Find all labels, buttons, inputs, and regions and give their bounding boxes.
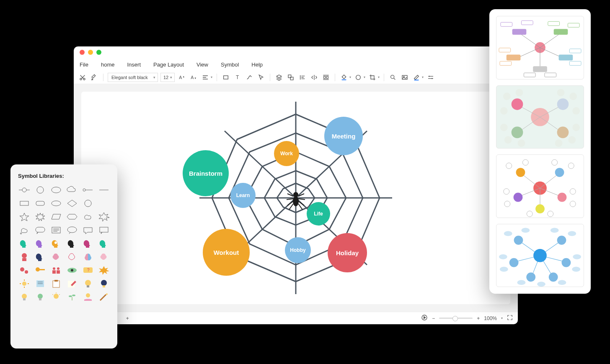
node-meeting[interactable]: Meeting [324,117,363,155]
node-life[interactable]: Life [307,202,330,226]
symbol-people-icon[interactable] [50,265,62,275]
symbol-sun-icon[interactable] [18,279,31,289]
symbol-cloud-icon[interactable] [66,185,78,195]
symbol-node-icon[interactable] [18,185,31,195]
symbol-chat-question-icon[interactable]: ? [82,265,94,275]
template-thumbnail-2[interactable] [496,85,584,149]
symbol-connector-icon[interactable] [82,185,94,195]
symbol-clipboard-icon[interactable] [50,279,62,289]
symbol-hand-bulb-icon[interactable] [82,292,94,302]
symbol-ellipse2-icon[interactable] [50,198,62,208]
symbol-key-icon[interactable] [34,265,47,275]
symbol-brain-split-icon[interactable] [82,252,94,262]
rectangle-shape-icon[interactable] [221,73,230,82]
symbol-oval-callout-icon[interactable] [66,225,78,235]
symbol-thought-icon[interactable] [82,212,94,222]
symbol-gears-icon[interactable] [18,265,31,275]
line-color-dropdown[interactable]: ▾ [412,73,424,82]
flip-icon[interactable] [310,73,319,82]
symbol-diamond-icon[interactable] [66,198,78,208]
symbol-rect-icon[interactable] [18,198,31,208]
template-thumbnail-3[interactable] [496,154,584,218]
symbol-brain-pink-icon[interactable] [50,252,62,262]
font-family-select[interactable]: Elegant soft black [108,73,158,82]
symbol-rect-callout-icon[interactable] [98,225,110,235]
symbol-circle2-icon[interactable] [82,198,94,208]
node-hobby[interactable]: Hobby [285,237,311,263]
symbol-blank-icon[interactable] [98,198,110,208]
decrease-font-icon[interactable]: A▼ [189,73,198,82]
node-holiday[interactable]: Holiday [328,233,367,272]
template-thumbnail-4[interactable] [496,224,584,287]
crop-dropdown[interactable]: ▾ [368,73,380,82]
maximize-window-button[interactable] [96,50,101,55]
symbol-parallelogram-icon[interactable] [50,212,62,222]
symbol-head-green-icon[interactable] [18,238,31,249]
settings-icon[interactable] [426,73,435,82]
symbol-headphones-icon[interactable] [18,252,31,262]
menu-home[interactable]: home [101,62,115,68]
close-window-button[interactable] [80,50,85,55]
fill-color-dropdown[interactable]: ▾ [339,73,351,82]
symbol-lightbulb-icon[interactable] [82,279,94,289]
symbol-burst-icon[interactable] [34,212,47,222]
symbol-explosion-icon[interactable] [98,212,110,222]
pointer-tool-icon[interactable] [256,73,266,82]
zoom-in-button[interactable]: + [477,315,480,321]
menu-file[interactable]: File [80,62,88,68]
symbol-star-icon[interactable] [18,212,31,222]
drawing-canvas[interactable]: Work Meeting Brainstorm Learn Life Worko… [81,92,510,304]
symbol-head-navy-icon[interactable] [34,252,47,262]
symbol-line-icon[interactable] [98,185,110,195]
symbol-rounded-callout-icon[interactable] [34,225,47,235]
font-size-select[interactable]: 12 [160,73,175,82]
shape-style-dropdown[interactable]: ▾ [354,73,365,82]
symbol-bulb-green-icon[interactable] [34,292,47,302]
symbol-brain-outline-icon[interactable] [66,252,78,262]
symbol-eye-icon[interactable] [66,265,78,275]
symbol-head-purple-icon[interactable] [34,238,47,249]
search-icon[interactable] [388,73,398,82]
symbol-bulb-burst-icon[interactable] [50,292,62,302]
template-thumbnail-1[interactable] [496,16,584,79]
menu-help[interactable]: Help [251,62,263,68]
menu-symbol[interactable]: Symbol [221,62,239,68]
menu-page-layout[interactable]: Page Layout [153,62,184,68]
cut-icon[interactable] [78,73,87,82]
minimize-window-button[interactable] [88,50,93,55]
symbol-head-teal-icon[interactable] [98,238,110,249]
distribute-icon[interactable] [321,73,331,82]
symbol-ellipse-icon[interactable] [50,185,62,195]
symbol-head-magenta-icon[interactable] [82,238,94,249]
presentation-mode-icon[interactable] [421,314,428,322]
symbol-idea-bulb-icon[interactable] [98,279,110,289]
picture-icon[interactable] [400,73,409,82]
symbol-brain-pink2-icon[interactable] [98,252,110,262]
symbol-circle-icon[interactable] [34,185,47,195]
symbol-cloud-callout-icon[interactable] [18,225,31,235]
increase-font-icon[interactable]: A▲ [177,73,186,82]
node-learn[interactable]: Learn [230,183,256,208]
symbol-hexagon-icon[interactable] [66,212,78,222]
layers-icon[interactable] [274,73,284,82]
symbol-head-black-icon[interactable] [66,238,78,249]
symbol-speech-icon[interactable] [82,225,94,235]
zoom-out-button[interactable]: − [432,315,435,321]
symbol-sprout-icon[interactable] [66,292,78,302]
symbol-note-icon[interactable] [50,225,62,235]
menu-insert[interactable]: Insert [127,62,141,68]
format-painter-icon[interactable] [90,73,99,82]
symbol-splash-icon[interactable] [98,265,110,275]
connector-tool-icon[interactable] [245,73,254,82]
add-page-button[interactable]: + [126,315,129,321]
symbol-roundrect-icon[interactable] [34,198,47,208]
symbol-head-gear-icon[interactable] [50,238,62,249]
zoom-slider[interactable] [439,318,473,319]
fullscreen-icon[interactable] [507,315,513,322]
menu-view[interactable]: View [196,62,208,68]
node-workout[interactable]: Workout [203,229,250,276]
align-objects-icon[interactable] [298,73,307,82]
zoom-level-label[interactable]: 100% [484,315,497,321]
symbol-bulb-yellow-icon[interactable] [18,292,31,302]
symbol-notebook-icon[interactable] [34,279,47,289]
